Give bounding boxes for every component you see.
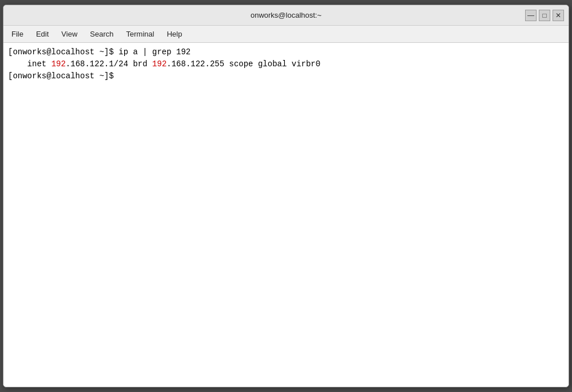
terminal-line-3: [onworks@localhost ~]$ bbox=[8, 70, 564, 82]
ip-highlight-1: 192 bbox=[51, 59, 66, 69]
menu-terminal[interactable]: Terminal bbox=[121, 28, 160, 40]
ip-highlight-2: 192 bbox=[152, 59, 166, 69]
terminal-line-2: inet 192.168.122.1/24 brd 192.168.122.25… bbox=[8, 58, 564, 70]
menu-bar: File Edit View Search Terminal Help bbox=[3, 26, 569, 43]
title-bar: onworks@localhost:~ — □ ✕ bbox=[3, 5, 569, 26]
terminal-body[interactable]: [onworks@localhost ~]$ ip a | grep 192 i… bbox=[3, 43, 569, 387]
close-button[interactable]: ✕ bbox=[553, 10, 564, 21]
terminal-line-1: [onworks@localhost ~]$ ip a | grep 192 bbox=[8, 46, 564, 58]
output-post: .168.122.255 scope global virbr0 bbox=[166, 59, 320, 69]
menu-help[interactable]: Help bbox=[161, 28, 188, 40]
menu-search[interactable]: Search bbox=[84, 28, 119, 40]
prompt-1: [onworks@localhost ~]$ bbox=[8, 47, 118, 57]
minimize-button[interactable]: — bbox=[525, 10, 537, 21]
menu-view[interactable]: View bbox=[55, 28, 83, 40]
maximize-button[interactable]: □ bbox=[539, 10, 550, 21]
output-mid: .168.122.1/24 brd bbox=[66, 59, 152, 69]
command-1: ip a | grep 192 bbox=[118, 47, 190, 57]
output-pre1: inet bbox=[8, 59, 51, 69]
window-controls: — □ ✕ bbox=[525, 10, 569, 21]
menu-edit[interactable]: Edit bbox=[30, 28, 54, 40]
menu-file[interactable]: File bbox=[6, 28, 29, 40]
window-title: onworks@localhost:~ bbox=[251, 11, 321, 19]
terminal-window: onworks@localhost:~ — □ ✕ File Edit View… bbox=[3, 5, 569, 387]
prompt-2: [onworks@localhost ~]$ bbox=[8, 71, 118, 81]
